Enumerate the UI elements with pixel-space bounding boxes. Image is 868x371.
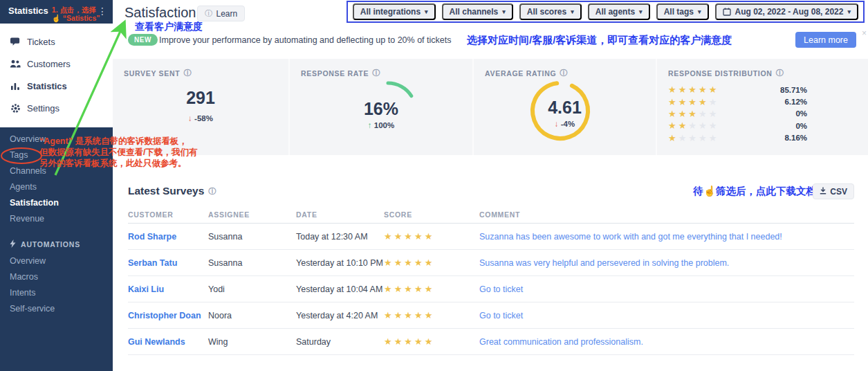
comment-link[interactable]: Susanna was very helpful and persevered … (479, 258, 854, 268)
response-distribution-card: RESPONSE DISTRIBUTIONⓘ ★★★★★85.71%★★★★★6… (656, 59, 868, 155)
sidebar-item-tags[interactable]: Tags (0, 147, 113, 163)
filter-all-scores[interactable]: All scores▾ (519, 3, 582, 20)
customer-link[interactable]: Gui Newlands (128, 337, 208, 347)
sidebar-item-automations-intents[interactable]: Intents (0, 285, 113, 301)
star-filled-icon: ★ (384, 310, 394, 320)
filter-label: All agents (595, 7, 635, 17)
star-filled-icon: ★ (414, 231, 425, 242)
column-header-date: DATE (296, 210, 384, 219)
table-row: Gui NewlandsWingSaturday★★★★★Great commu… (128, 329, 854, 355)
top-bar: Satisfaction ⓘ Learn 查看客户满意度 All integra… (113, 0, 868, 32)
sidebar-item-automations-macros[interactable]: Macros (0, 269, 113, 285)
filter-all-tags[interactable]: All tags▾ (656, 3, 709, 20)
customer-link[interactable]: Serban Tatu (128, 258, 208, 268)
sidebar-item-automations-self-service[interactable]: Self-service (0, 301, 113, 317)
date-cell: Today at 12:30 AM (296, 232, 384, 242)
comment-link[interactable]: Great communication and professionalism. (479, 337, 854, 347)
close-icon[interactable]: × (862, 28, 867, 38)
lightning-icon (10, 239, 16, 249)
customer-link[interactable]: Kaixi Liu (128, 284, 208, 294)
star-filled-icon: ★ (404, 310, 414, 320)
customer-link[interactable]: Rod Sharpe (128, 232, 208, 242)
annotation-filter-hint: 选择对应时间/客服/客诉渠道，即可查看对应的客户满意度 (467, 34, 732, 47)
distribution-value: 85.71% (780, 86, 807, 94)
sidebar-item-tickets[interactable]: Tickets (0, 30, 113, 53)
learn-more-button[interactable]: Learn more (795, 32, 856, 48)
star-filled-icon: ★ (678, 109, 689, 119)
sidebar-item-customers[interactable]: Customers (0, 53, 113, 75)
learn-button[interactable]: ⓘ Learn (197, 6, 245, 21)
star-filled-icon: ★ (668, 120, 678, 131)
star-rating: ★★★★★ (384, 284, 434, 294)
survey-sent-delta: ↓ -58% (113, 114, 288, 123)
star-empty-icon: ★ (709, 120, 719, 131)
star-filled-icon: ★ (678, 97, 689, 107)
star-filled-icon: ★ (668, 97, 678, 107)
star-filled-icon: ★ (425, 284, 435, 294)
star-filled-icon: ★ (425, 231, 435, 242)
latest-surveys-title: Latest Surveys (128, 185, 204, 197)
star-empty-icon: ★ (709, 97, 719, 107)
star-filled-icon: ★ (678, 84, 689, 95)
star-filled-icon: ★ (425, 336, 435, 347)
star-empty-icon: ★ (678, 133, 689, 143)
star-filled-icon: ★ (699, 97, 709, 107)
sidebar-item-satisfaction[interactable]: Satisfaction (0, 195, 113, 211)
download-icon (820, 187, 827, 197)
sidebar-item-automations-overview[interactable]: Overview (0, 253, 113, 269)
sidebar-item-label: Statistics (27, 81, 67, 91)
comment-link[interactable]: Go to ticket (479, 284, 854, 294)
date-range-filter[interactable]: Aug 02, 2022 - Aug 08, 2022 ▾ (715, 3, 859, 20)
annotation-csv-hint: 待☝筛选后，点此下载文档 (693, 185, 816, 198)
average-rating-label: AVERAGE RATING (485, 69, 556, 78)
star-filled-icon: ★ (425, 310, 435, 320)
filter-all-agents[interactable]: All agents▾ (588, 3, 650, 20)
score-cell: ★★★★★ (384, 231, 479, 242)
survey-sent-value: 291 (113, 88, 288, 108)
pointing-finger-icon: ☝ (52, 14, 61, 22)
survey-sent-label: SURVEY SENT (124, 69, 180, 78)
csv-download-button[interactable]: CSV (813, 183, 854, 199)
sidebar-item-revenue[interactable]: Revenue (0, 211, 113, 227)
sidebar-item-overview[interactable]: Overview (0, 132, 113, 147)
distribution-rows: ★★★★★85.71%★★★★★6.12%★★★★★0%★★★★★0%★★★★★… (668, 84, 868, 144)
star-empty-icon: ★ (688, 120, 699, 131)
average-rating-delta: ↓ -4% (474, 120, 656, 128)
distribution-row: ★★★★★0% (668, 120, 807, 132)
date-cell: Yesterday at 10:10 PM (296, 258, 384, 268)
promo-banner: NEW Improve your performance by automati… (113, 30, 868, 50)
star-filled-icon: ★ (414, 310, 425, 320)
customer-link[interactable]: Christopher Doan (128, 311, 208, 320)
sidebar-item-label: Tickets (27, 37, 55, 47)
star-filled-icon: ★ (688, 97, 699, 107)
chevron-down-icon: ▾ (502, 8, 506, 15)
arrow-down-icon: ↓ (188, 114, 192, 123)
filter-label: All integrations (360, 7, 421, 17)
sidebar-item-agents[interactable]: Agents (0, 179, 113, 195)
sidebar-item-settings[interactable]: Settings (0, 97, 113, 119)
info-icon: ⓘ (208, 186, 216, 197)
distribution-row: ★★★★★85.71% (668, 84, 807, 96)
comment-link[interactable]: Go to ticket (479, 311, 854, 320)
column-header-customer: CUSTOMER (128, 210, 208, 219)
filter-all-integrations[interactable]: All integrations▾ (353, 3, 436, 20)
distribution-value: 0% (795, 122, 807, 130)
score-cell: ★★★★★ (384, 284, 479, 294)
distribution-value: 6.12% (784, 98, 807, 106)
star-filled-icon: ★ (699, 84, 709, 95)
sidebar-item-channels[interactable]: Channels (0, 163, 113, 179)
star-filled-icon: ★ (404, 284, 414, 294)
statistics-icon (10, 80, 21, 91)
comment-link[interactable]: Suzanna has been awesome to work with an… (479, 232, 854, 242)
info-icon: ⓘ (776, 68, 784, 78)
filter-all-channels[interactable]: All channels▾ (442, 3, 513, 20)
banner-text: Improve your performance by automating a… (159, 35, 451, 45)
sidebar-item-statistics[interactable]: Statistics (0, 75, 113, 97)
sidebar: Statistics 1. 点击，选择 ☝ “Satistics” ⋮ Tick… (0, 0, 113, 371)
chevron-down-icon: ▾ (425, 8, 428, 15)
star-filled-icon: ★ (414, 284, 425, 294)
kebab-menu-icon[interactable]: ⋮ (98, 6, 107, 16)
star-filled-icon: ★ (394, 231, 405, 242)
star-empty-icon: ★ (699, 133, 709, 143)
distribution-value: 8.16% (784, 134, 807, 142)
